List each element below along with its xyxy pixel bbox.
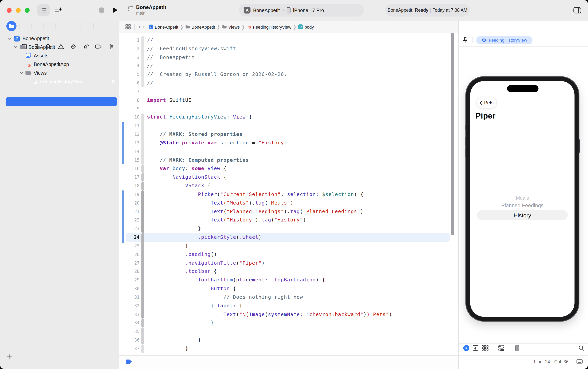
code-line-37[interactable]: }: [147, 345, 188, 353]
minimap-toggle-button[interactable]: [575, 358, 583, 365]
line-number-34[interactable]: 34: [119, 319, 139, 327]
line-number-20[interactable]: 20: [119, 199, 139, 207]
code-line-25[interactable]: }: [147, 242, 188, 250]
code-line-22[interactable]: Text("History").tag("History"): [147, 216, 306, 225]
live-preview-play-button[interactable]: [462, 345, 470, 351]
code-line-23[interactable]: }: [147, 225, 201, 233]
forward-button[interactable]: ›: [143, 23, 145, 30]
code-line-32[interactable]: } label: {: [147, 302, 243, 310]
line-number-28[interactable]: 28: [119, 267, 139, 276]
run-button[interactable]: [110, 5, 120, 15]
disclosure-chevron-icon[interactable]: [8, 37, 12, 41]
code-line-31[interactable]: // Does nothing right now: [147, 293, 303, 302]
code-line-2[interactable]: // FeedingHistoryView.swift: [147, 45, 236, 53]
code-line-16[interactable]: var body: some View {: [147, 165, 226, 173]
code-line-10[interactable]: struct FeedingHistoryView: View {: [147, 113, 252, 122]
code-line-33[interactable]: Text("\(Image(systemName: "chevron.backw…: [147, 310, 392, 319]
compose-ai-button[interactable]: [52, 4, 65, 16]
breadcrumb-scope[interactable]: P body: [298, 24, 314, 29]
code-fold-ribbon[interactable]: [141, 36, 144, 87]
tree-row-feeding-history-view[interactable]: FeedingHistoryView M: [0, 77, 119, 86]
line-number-6[interactable]: 6: [119, 79, 139, 87]
line-number-27[interactable]: 27: [119, 259, 139, 267]
line-number-3[interactable]: 3: [119, 53, 139, 62]
line-number-22[interactable]: 22: [119, 216, 139, 225]
line-number-2[interactable]: 2: [119, 45, 139, 53]
editor-scrollbar[interactable]: [451, 33, 454, 235]
code-fold-ribbon[interactable]: [141, 165, 144, 173]
line-number-16[interactable]: 16: [119, 165, 139, 173]
code-line-12[interactable]: // MARK: Stored properties: [147, 130, 243, 139]
line-number-1[interactable]: 1: [119, 36, 139, 45]
line-number-17[interactable]: 17: [119, 173, 139, 182]
code-fold-ribbon[interactable]: [141, 345, 144, 353]
code-fold-ribbon[interactable]: [141, 182, 144, 190]
line-number-11[interactable]: 11: [119, 122, 139, 130]
tab-project-navigator[interactable]: [6, 21, 17, 31]
preview-search-button[interactable]: [578, 345, 585, 351]
line-number-5[interactable]: 5: [119, 70, 139, 79]
code-line-30[interactable]: Button {: [147, 285, 236, 293]
line-number-9[interactable]: 9: [119, 104, 139, 113]
preview-device-button[interactable]: [514, 345, 520, 351]
picker-option-planned-feedings[interactable]: Planned Feedings: [470, 202, 574, 208]
line-number-7[interactable]: 7: [119, 87, 139, 96]
code-line-4[interactable]: //: [147, 62, 153, 70]
add-item-button[interactable]: [4, 352, 13, 361]
scheme-selector[interactable]: A BoneAppetit 〉 iPhone 17 Pro: [239, 4, 364, 17]
inspector-toggle-button[interactable]: [571, 5, 583, 15]
preview-target-pill[interactable]: FeedingHistoryView: [476, 36, 532, 44]
line-number-31[interactable]: 31: [119, 293, 139, 302]
line-number-23[interactable]: 23: [119, 225, 139, 233]
line-number-32[interactable]: 32: [119, 302, 139, 310]
line-number-19[interactable]: 19: [119, 190, 139, 199]
pin-icon[interactable]: [462, 37, 468, 44]
line-number-4[interactable]: 4: [119, 62, 139, 70]
line-number-30[interactable]: 30: [119, 285, 139, 293]
close-button[interactable]: [7, 8, 12, 13]
picker-option-history-selected[interactable]: History: [477, 210, 568, 220]
code-line-18[interactable]: VStack {: [147, 182, 211, 190]
project-title[interactable]: BoneAppetit: [136, 4, 166, 10]
line-number-37[interactable]: 37: [119, 345, 139, 353]
tree-row-assets[interactable]: Assets: [0, 52, 119, 60]
breakpoint-tag-icon[interactable]: [125, 359, 133, 365]
disclosure-chevron-icon[interactable]: [20, 71, 24, 75]
code-line-28[interactable]: .toolbar {: [147, 267, 217, 276]
code-line-5[interactable]: // Created by Russell Gordon on 2026-02-…: [147, 70, 287, 79]
code-editor[interactable]: 1234567891011121314151617181920212223242…: [119, 33, 458, 356]
line-number-33[interactable]: 33: [119, 310, 139, 319]
line-number-25[interactable]: 25: [119, 242, 139, 250]
tree-row-views-folder[interactable]: Views: [0, 69, 119, 77]
code-line-24[interactable]: .pickerStyle(.wheel): [147, 233, 262, 242]
preview-back-button[interactable]: Pets: [477, 97, 496, 108]
code-line-36[interactable]: }: [147, 336, 201, 345]
code-line-17[interactable]: NavigationStack {: [147, 173, 226, 182]
code-line-26[interactable]: .padding(): [147, 250, 217, 259]
branch-name[interactable]: main: [136, 11, 146, 15]
code-fold-ribbon[interactable]: [141, 190, 144, 233]
line-number-8[interactable]: 8: [119, 96, 139, 104]
code-line-8[interactable]: import SwiftUI: [147, 96, 192, 104]
line-number-36[interactable]: 36: [119, 336, 139, 345]
line-number-21[interactable]: 21: [119, 207, 139, 216]
stop-button[interactable]: [97, 5, 107, 15]
code-line-1[interactable]: //: [147, 36, 153, 45]
code-line-6[interactable]: //: [147, 79, 153, 87]
zoom-button[interactable]: [25, 8, 29, 13]
device-settings-button[interactable]: [497, 345, 505, 351]
code-line-27[interactable]: .navigationTitle("Piper"): [147, 259, 265, 267]
line-number-13[interactable]: 13: [119, 139, 139, 147]
line-number-10[interactable]: 10: [119, 113, 139, 122]
minimize-button[interactable]: [16, 8, 21, 13]
navigator-toggle-button[interactable]: [37, 4, 50, 16]
line-number-26[interactable]: 26: [119, 250, 139, 259]
code-line-34[interactable]: }: [147, 319, 214, 327]
line-number-12[interactable]: 12: [119, 130, 139, 139]
line-number-14[interactable]: 14: [119, 147, 139, 156]
code-fold-ribbon[interactable]: [141, 113, 144, 164]
line-number-35[interactable]: 35: [119, 327, 139, 336]
code-line-20[interactable]: Text("Meals").tag("Meals"): [147, 199, 294, 207]
related-items-button[interactable]: [125, 24, 131, 30]
back-button[interactable]: ‹: [138, 23, 140, 30]
